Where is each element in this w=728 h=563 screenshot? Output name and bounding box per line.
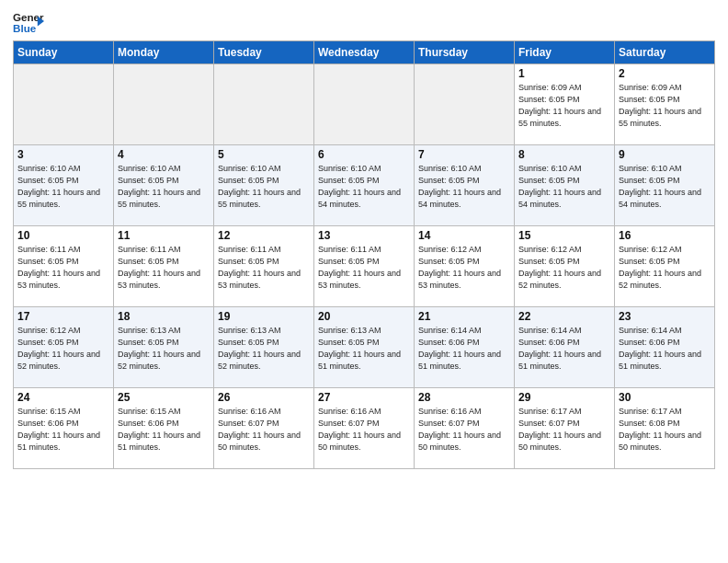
logo: General Blue (13, 9, 44, 35)
calendar-cell: 21Sunrise: 6:14 AM Sunset: 6:06 PM Dayli… (415, 307, 515, 388)
day-detail: Sunrise: 6:14 AM Sunset: 6:06 PM Dayligh… (619, 325, 711, 373)
calendar-cell (415, 64, 515, 145)
day-detail: Sunrise: 6:10 AM Sunset: 6:05 PM Dayligh… (518, 163, 610, 211)
calendar-cell: 27Sunrise: 6:16 AM Sunset: 6:07 PM Dayli… (314, 388, 415, 469)
header: General Blue (13, 9, 715, 35)
day-detail: Sunrise: 6:12 AM Sunset: 6:05 PM Dayligh… (17, 325, 109, 373)
day-detail: Sunrise: 6:12 AM Sunset: 6:05 PM Dayligh… (418, 244, 510, 292)
day-detail: Sunrise: 6:13 AM Sunset: 6:05 PM Dayligh… (118, 325, 210, 373)
day-number: 13 (318, 229, 410, 242)
calendar-cell: 25Sunrise: 6:15 AM Sunset: 6:06 PM Dayli… (114, 388, 214, 469)
week-row-1: 1Sunrise: 6:09 AM Sunset: 6:05 PM Daylig… (14, 64, 715, 145)
calendar-cell: 16Sunrise: 6:12 AM Sunset: 6:05 PM Dayli… (615, 226, 715, 307)
calendar-table: SundayMondayTuesdayWednesdayThursdayFrid… (13, 40, 715, 469)
day-detail: Sunrise: 6:12 AM Sunset: 6:05 PM Dayligh… (518, 244, 610, 292)
calendar-cell: 5Sunrise: 6:10 AM Sunset: 6:05 PM Daylig… (214, 145, 314, 226)
day-detail: Sunrise: 6:12 AM Sunset: 6:05 PM Dayligh… (619, 244, 711, 292)
calendar-cell: 3Sunrise: 6:10 AM Sunset: 6:05 PM Daylig… (14, 145, 114, 226)
svg-text:Blue: Blue (13, 22, 37, 34)
week-row-3: 10Sunrise: 6:11 AM Sunset: 6:05 PM Dayli… (14, 226, 715, 307)
day-number: 25 (118, 391, 210, 404)
calendar-cell: 11Sunrise: 6:11 AM Sunset: 6:05 PM Dayli… (114, 226, 214, 307)
day-number: 20 (318, 310, 410, 323)
day-number: 12 (218, 229, 310, 242)
week-row-4: 17Sunrise: 6:12 AM Sunset: 6:05 PM Dayli… (14, 307, 715, 388)
day-detail: Sunrise: 6:11 AM Sunset: 6:05 PM Dayligh… (118, 244, 210, 292)
day-number: 17 (17, 310, 109, 323)
calendar-cell: 8Sunrise: 6:10 AM Sunset: 6:05 PM Daylig… (515, 145, 615, 226)
calendar-cell: 29Sunrise: 6:17 AM Sunset: 6:07 PM Dayli… (515, 388, 615, 469)
day-number: 7 (418, 148, 510, 161)
day-number: 14 (418, 229, 510, 242)
day-detail: Sunrise: 6:11 AM Sunset: 6:05 PM Dayligh… (318, 244, 410, 292)
calendar-cell: 15Sunrise: 6:12 AM Sunset: 6:05 PM Dayli… (515, 226, 615, 307)
day-number: 8 (518, 148, 610, 161)
day-number: 18 (118, 310, 210, 323)
calendar-cell: 13Sunrise: 6:11 AM Sunset: 6:05 PM Dayli… (314, 226, 415, 307)
day-number: 2 (619, 67, 711, 80)
day-number: 29 (518, 391, 610, 404)
logo-icon: General Blue (13, 9, 44, 35)
day-number: 1 (518, 67, 610, 80)
day-number: 3 (17, 148, 109, 161)
calendar-cell: 10Sunrise: 6:11 AM Sunset: 6:05 PM Dayli… (14, 226, 114, 307)
day-number: 27 (318, 391, 410, 404)
calendar-cell: 7Sunrise: 6:10 AM Sunset: 6:05 PM Daylig… (415, 145, 515, 226)
weekday-tuesday: Tuesday (214, 41, 314, 64)
calendar-cell: 22Sunrise: 6:14 AM Sunset: 6:06 PM Dayli… (515, 307, 615, 388)
day-detail: Sunrise: 6:15 AM Sunset: 6:06 PM Dayligh… (17, 406, 109, 454)
calendar-cell: 19Sunrise: 6:13 AM Sunset: 6:05 PM Dayli… (214, 307, 314, 388)
calendar-cell: 24Sunrise: 6:15 AM Sunset: 6:06 PM Dayli… (14, 388, 114, 469)
day-detail: Sunrise: 6:10 AM Sunset: 6:05 PM Dayligh… (17, 163, 109, 211)
day-number: 23 (619, 310, 711, 323)
day-number: 30 (619, 391, 711, 404)
calendar-cell: 1Sunrise: 6:09 AM Sunset: 6:05 PM Daylig… (515, 64, 615, 145)
day-detail: Sunrise: 6:10 AM Sunset: 6:05 PM Dayligh… (619, 163, 711, 211)
day-number: 4 (118, 148, 210, 161)
day-number: 9 (619, 148, 711, 161)
day-number: 26 (218, 391, 310, 404)
calendar-cell: 26Sunrise: 6:16 AM Sunset: 6:07 PM Dayli… (214, 388, 314, 469)
day-detail: Sunrise: 6:17 AM Sunset: 6:08 PM Dayligh… (619, 406, 711, 454)
calendar-cell: 14Sunrise: 6:12 AM Sunset: 6:05 PM Dayli… (415, 226, 515, 307)
day-detail: Sunrise: 6:16 AM Sunset: 6:07 PM Dayligh… (318, 406, 410, 454)
day-detail: Sunrise: 6:15 AM Sunset: 6:06 PM Dayligh… (118, 406, 210, 454)
weekday-header-row: SundayMondayTuesdayWednesdayThursdayFrid… (14, 41, 715, 64)
calendar-cell: 12Sunrise: 6:11 AM Sunset: 6:05 PM Dayli… (214, 226, 314, 307)
weekday-friday: Friday (515, 41, 615, 64)
day-detail: Sunrise: 6:16 AM Sunset: 6:07 PM Dayligh… (218, 406, 310, 454)
day-number: 5 (218, 148, 310, 161)
day-detail: Sunrise: 6:09 AM Sunset: 6:05 PM Dayligh… (619, 82, 711, 130)
day-detail: Sunrise: 6:10 AM Sunset: 6:05 PM Dayligh… (218, 163, 310, 211)
calendar-cell: 9Sunrise: 6:10 AM Sunset: 6:05 PM Daylig… (615, 145, 715, 226)
calendar-cell: 28Sunrise: 6:16 AM Sunset: 6:07 PM Dayli… (415, 388, 515, 469)
calendar-cell: 6Sunrise: 6:10 AM Sunset: 6:05 PM Daylig… (314, 145, 415, 226)
day-number: 6 (318, 148, 410, 161)
day-number: 24 (17, 391, 109, 404)
day-number: 16 (619, 229, 711, 242)
calendar-cell (314, 64, 415, 145)
day-number: 19 (218, 310, 310, 323)
weekday-thursday: Thursday (415, 41, 515, 64)
calendar-cell (214, 64, 314, 145)
day-detail: Sunrise: 6:10 AM Sunset: 6:05 PM Dayligh… (418, 163, 510, 211)
calendar-cell (114, 64, 214, 145)
day-detail: Sunrise: 6:10 AM Sunset: 6:05 PM Dayligh… (318, 163, 410, 211)
day-number: 28 (418, 391, 510, 404)
day-number: 11 (118, 229, 210, 242)
calendar-cell: 2Sunrise: 6:09 AM Sunset: 6:05 PM Daylig… (615, 64, 715, 145)
day-number: 10 (17, 229, 109, 242)
day-detail: Sunrise: 6:14 AM Sunset: 6:06 PM Dayligh… (418, 325, 510, 373)
day-detail: Sunrise: 6:13 AM Sunset: 6:05 PM Dayligh… (218, 325, 310, 373)
weekday-sunday: Sunday (14, 41, 114, 64)
calendar-cell: 17Sunrise: 6:12 AM Sunset: 6:05 PM Dayli… (14, 307, 114, 388)
calendar-cell: 23Sunrise: 6:14 AM Sunset: 6:06 PM Dayli… (615, 307, 715, 388)
weekday-saturday: Saturday (615, 41, 715, 64)
day-detail: Sunrise: 6:10 AM Sunset: 6:05 PM Dayligh… (118, 163, 210, 211)
day-number: 15 (518, 229, 610, 242)
calendar-cell: 4Sunrise: 6:10 AM Sunset: 6:05 PM Daylig… (114, 145, 214, 226)
day-detail: Sunrise: 6:14 AM Sunset: 6:06 PM Dayligh… (518, 325, 610, 373)
calendar-cell: 18Sunrise: 6:13 AM Sunset: 6:05 PM Dayli… (114, 307, 214, 388)
day-number: 21 (418, 310, 510, 323)
page: General Blue SundayMondayTuesdayWednesda… (0, 0, 728, 563)
